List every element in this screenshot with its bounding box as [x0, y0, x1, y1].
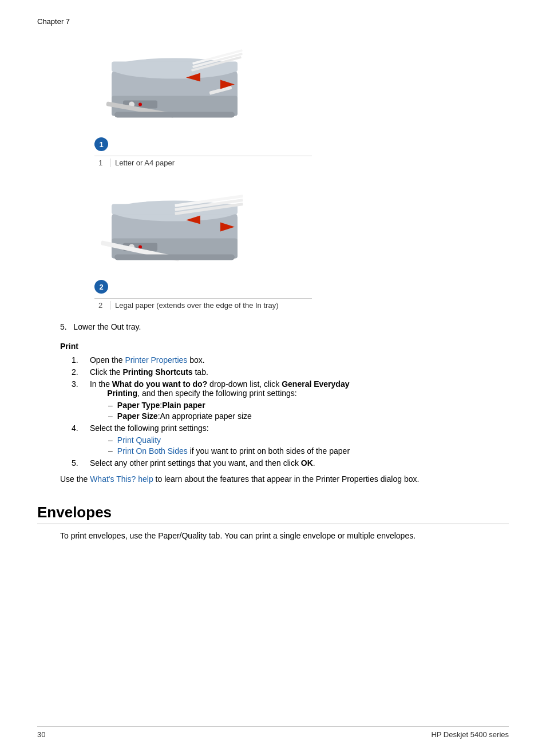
sub3-item-1: – Paper Type: Plain paper — [106, 401, 509, 410]
footer-page-num: 30 — [37, 730, 45, 739]
step-num-3: 3. — [72, 379, 83, 389]
paper-type-label: Paper Type — [117, 401, 160, 410]
printer-image-2 — [94, 180, 255, 273]
step-3-text-mid: drop-down list, click — [207, 379, 282, 389]
sub4-item-2: – Print On Both Sides if you want to pri… — [106, 446, 509, 456]
svg-rect-14 — [114, 112, 235, 118]
step-2-text-before: Click the — [90, 367, 123, 377]
step-num-4: 4. — [72, 423, 83, 433]
svg-point-6 — [139, 103, 142, 106]
print-step-1: 1. Open the Printer Properties box. — [72, 355, 509, 365]
print-step-5: 5. Select any other print settings that … — [72, 458, 509, 468]
whats-this-link[interactable]: What's This? help — [90, 474, 153, 484]
step-5-lower: 5. Lower the Out tray. — [60, 322, 509, 331]
caption-text-1: Letter or A4 paper — [115, 159, 175, 167]
envelopes-title: Envelopes — [37, 504, 509, 524]
step-3-subitems: – Paper Type: Plain paper – Paper Size: … — [106, 401, 509, 421]
print-both-sides-link[interactable]: Print On Both Sides — [117, 446, 188, 456]
print-section: Print 1. Open the Printer Properties box… — [37, 342, 509, 485]
dash-1: – — [108, 401, 113, 410]
sub3-item-2: – Paper Size: An appropriate paper size — [106, 411, 509, 421]
print-step-4: 4. Select the following print settings: — [72, 423, 509, 433]
step-2-bold: Printing Shortcuts — [122, 367, 192, 377]
footer-product: HP Deskjet 5400 series — [431, 730, 509, 739]
dash-4: – — [108, 446, 113, 456]
step-num-1: 1. — [72, 355, 83, 365]
note-para: Use the What's This? help to learn about… — [60, 473, 509, 485]
caption-num-2: 2 — [94, 301, 110, 310]
dash-3: – — [108, 436, 113, 445]
printer-svg-2 — [94, 180, 255, 271]
diagram-1: 1 1 Letter or A4 paper — [37, 37, 509, 167]
printer-svg-1 — [94, 37, 255, 129]
badge-2: 2 — [94, 280, 108, 294]
caption-text-2: Legal paper (extends over the edge of th… — [115, 301, 278, 310]
footer: 30 HP Deskjet 5400 series — [37, 726, 509, 739]
step-3-text-after: , and then specify the following print s… — [137, 389, 297, 398]
step-num-2: 2. — [72, 367, 83, 377]
diagram-2: 2 2 Legal paper (extends over the edge o… — [37, 180, 509, 310]
chapter-label: Chapter 7 — [37, 17, 509, 26]
step-5-print-text: Select any other print settings that you… — [90, 458, 301, 468]
step-2-text-after: tab. — [193, 367, 208, 377]
step-5-period: . — [313, 458, 315, 468]
printer-image-1 — [94, 37, 255, 130]
svg-rect-28 — [114, 255, 235, 260]
print-step-3: 3. In the What do you want to do? drop-d… — [72, 379, 509, 398]
step-num-5-print: 5. — [72, 458, 83, 468]
step-3-bold1: What do you want to do? — [112, 379, 207, 389]
step-4-text: Select the following print settings: — [90, 423, 209, 433]
svg-point-21 — [139, 246, 142, 249]
caption-row-1: 1 Letter or A4 paper — [94, 156, 312, 167]
badge-1: 1 — [94, 137, 108, 151]
paper-type-value: Plain paper — [162, 401, 205, 410]
note-before: Use the — [60, 474, 90, 484]
print-heading: Print — [60, 342, 509, 351]
step-5-text: 5. Lower the Out tray. — [60, 322, 141, 331]
caption-num-1: 1 — [94, 159, 110, 167]
paper-size-value: An appropriate paper size — [160, 411, 252, 421]
dash-2: – — [108, 411, 113, 421]
page: Chapter 7 — [0, 0, 546, 756]
envelopes-section: Envelopes To print envelopes, use the Pa… — [37, 504, 509, 542]
printer-properties-link[interactable]: Printer Properties — [125, 355, 187, 365]
print-steps-list-end: 5. Select any other print settings that … — [72, 458, 509, 468]
ok-bold: OK — [301, 458, 313, 468]
print-steps-list: 1. Open the Printer Properties box. 2. C… — [72, 355, 509, 398]
caption-row-2: 2 Legal paper (extends over the edge of … — [94, 298, 312, 310]
step-3-text-before: In the — [90, 379, 112, 389]
svg-rect-17 — [112, 204, 238, 215]
print-steps-list-cont: 4. Select the following print settings: — [72, 423, 509, 433]
step-1-text-before: Open the — [90, 355, 125, 365]
sub4-item-2-text: if you want to print on both sides of th… — [188, 446, 350, 456]
step-4-subitems: – Print Quality – Print On Both Sides if… — [106, 436, 509, 456]
envelopes-para: To print envelopes, use the Paper/Qualit… — [60, 530, 509, 542]
print-step-2: 2. Click the Printing Shortcuts tab. — [72, 367, 509, 377]
print-quality-link[interactable]: Print Quality — [117, 436, 161, 445]
paper-size-label: Paper Size — [117, 411, 158, 421]
note-after: to learn about the features that appear … — [153, 474, 420, 484]
step-1-text-after: box. — [187, 355, 204, 365]
sub4-item-1: – Print Quality — [106, 436, 509, 445]
